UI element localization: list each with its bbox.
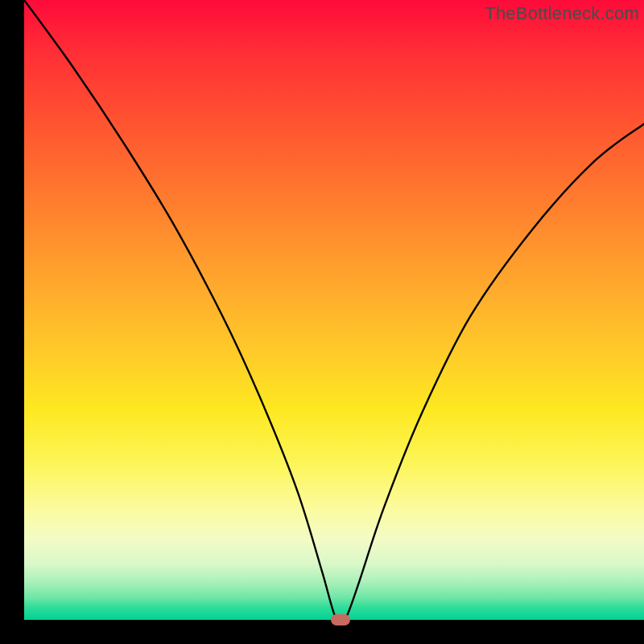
plot-area: TheBottleneck.com xyxy=(24,0,644,620)
chart-frame: TheBottleneck.com xyxy=(0,0,644,644)
curve-path xyxy=(24,0,644,620)
bottleneck-curve xyxy=(24,0,644,620)
optimal-marker xyxy=(331,614,350,625)
